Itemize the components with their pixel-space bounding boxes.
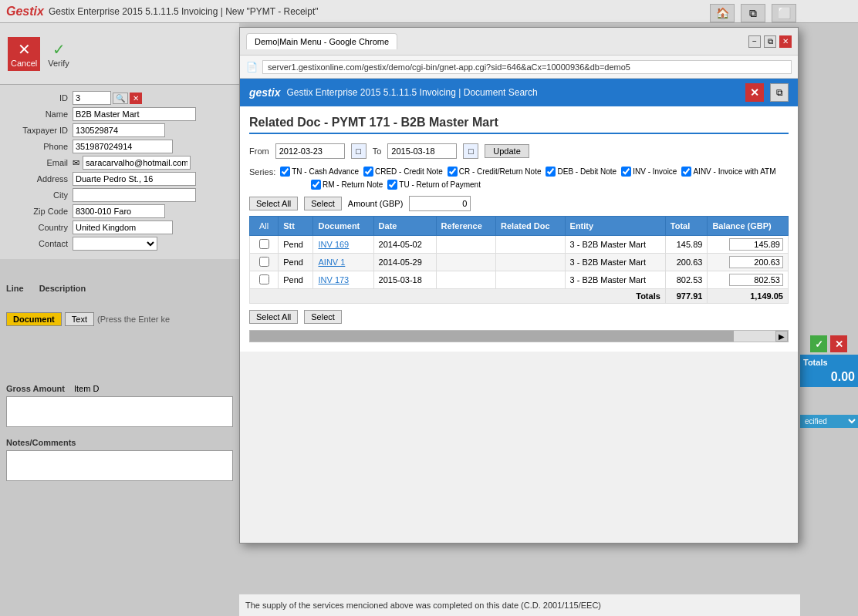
row-related-doc-2 xyxy=(496,271,566,289)
col-document: Document xyxy=(313,217,373,236)
row-total-1: 200.63 xyxy=(665,254,708,271)
modal-overlay: Demo|Main Menu - Google Chrome − ⧉ ✕ 📄 g xyxy=(0,0,858,616)
row-date-0: 2014-05-02 xyxy=(373,236,436,254)
amount-input[interactable] xyxy=(409,196,471,211)
series-row: Series: TN - Cash Advance CRED - Credit … xyxy=(249,167,789,177)
row-balance-0 xyxy=(708,236,789,254)
row-date-2: 2015-03-18 xyxy=(373,271,436,289)
row-entity-2: 3 - B2B Master Mart xyxy=(565,271,665,289)
to-label: To xyxy=(373,146,382,156)
row-reference-0 xyxy=(436,236,495,254)
series-ainv-checkbox[interactable] xyxy=(681,167,691,177)
total-sum: 977.91 xyxy=(665,289,708,304)
row-checkbox-1[interactable] xyxy=(259,257,269,267)
chrome-restore-button[interactable]: ⧉ xyxy=(764,35,776,48)
row-checkbox-2[interactable] xyxy=(259,274,269,284)
row-document-0[interactable]: INV 169 xyxy=(313,236,373,254)
series-row-2: RM - Return Note TU - Return of Payment xyxy=(249,180,789,190)
document-search-title: Related Doc - PYMT 171 - B2B Master Mart xyxy=(249,116,789,134)
row-stt-0: Pend xyxy=(279,236,313,254)
bottom-select-button[interactable]: Select xyxy=(304,310,342,324)
col-total: Total xyxy=(665,217,708,236)
series-tn-checkbox[interactable] xyxy=(280,167,290,177)
scrollbar-right-arrow[interactable]: ▶ xyxy=(775,331,788,342)
series-tn[interactable]: TN - Cash Advance xyxy=(280,167,359,177)
update-button[interactable]: Update xyxy=(485,144,529,158)
horizontal-scrollbar[interactable]: ▶ xyxy=(249,330,789,342)
col-entity: Entity xyxy=(565,217,665,236)
url-input[interactable] xyxy=(262,60,792,74)
table-row: Pend INV 173 2015-03-18 3 - B2B Master M… xyxy=(250,271,789,289)
row-total-2: 802.53 xyxy=(665,271,708,289)
row-entity-1: 3 - B2B Master Mart xyxy=(565,254,665,271)
row-balance-input-0[interactable] xyxy=(729,238,783,251)
row-stt-1: Pend xyxy=(279,254,313,271)
amount-label: Amount (GBP) xyxy=(348,199,404,208)
series-deb[interactable]: DEB - Debit Note xyxy=(546,167,616,177)
series-ainv[interactable]: AINV - Invoice with ATM xyxy=(681,167,775,177)
row-balance-input-1[interactable] xyxy=(729,256,783,268)
col-date: Date xyxy=(373,217,436,236)
row-entity-0: 3 - B2B Master Mart xyxy=(565,236,665,254)
chrome-minimize-button[interactable]: − xyxy=(748,35,761,48)
col-balance: Balance (GBP) xyxy=(708,217,789,236)
row-balance-2 xyxy=(708,271,789,289)
row-related-doc-1 xyxy=(496,254,566,271)
series-cr-checkbox[interactable] xyxy=(448,167,458,177)
row-reference-2 xyxy=(436,271,495,289)
row-total-0: 145.89 xyxy=(665,236,708,254)
bottom-select-all-button[interactable]: Select All xyxy=(249,310,298,324)
row-balance-input-2[interactable] xyxy=(729,274,783,286)
chrome-content: gestix Gestix Enterprise 2015 5.1.11.5 I… xyxy=(240,79,798,543)
chrome-close-button[interactable]: ✕ xyxy=(779,35,792,48)
from-date-picker[interactable]: □ xyxy=(351,143,367,159)
row-stt-2: Pend xyxy=(279,271,313,289)
from-label: From xyxy=(249,146,269,156)
top-select-all-button[interactable]: Select All xyxy=(249,197,298,210)
scrollbar-thumb[interactable] xyxy=(250,331,734,342)
chrome-title-left: Demo|Main Menu - Google Chrome xyxy=(246,33,397,49)
series-cred[interactable]: CRED - Credit Note xyxy=(363,167,443,177)
all-button[interactable]: All xyxy=(255,220,273,232)
inner-logo: gestix xyxy=(249,86,280,99)
footer-text: The supply of the services mencioned abo… xyxy=(239,594,800,616)
row-date-1: 2014-05-29 xyxy=(373,254,436,271)
chrome-win-buttons: − ⧉ ✕ xyxy=(748,35,792,48)
series-inv-checkbox[interactable] xyxy=(621,167,631,177)
series-rm[interactable]: RM - Return Note xyxy=(311,180,383,190)
row-document-1[interactable]: AINV 1 xyxy=(313,254,373,271)
series-cr[interactable]: CR - Credit/Return Note xyxy=(448,167,542,177)
chrome-titlebar: Demo|Main Menu - Google Chrome − ⧉ ✕ xyxy=(240,28,798,56)
series-rm-checkbox[interactable] xyxy=(311,180,321,190)
row-related-doc-0 xyxy=(496,236,566,254)
col-stt: Stt xyxy=(279,217,313,236)
balance-sum: 1,149.05 xyxy=(708,289,789,304)
top-select-button[interactable]: Select xyxy=(304,197,342,210)
totals-label: Totals xyxy=(250,289,666,304)
inner-restore-button[interactable]: ⧉ xyxy=(770,83,789,102)
table-body: Pend INV 169 2014-05-02 3 - B2B Master M… xyxy=(250,236,789,289)
series-label: Series: xyxy=(249,167,275,177)
inner-app-header: gestix Gestix Enterprise 2015 5.1.11.5 I… xyxy=(240,79,798,106)
row-document-2[interactable]: INV 173 xyxy=(313,271,373,289)
chrome-tab[interactable]: Demo|Main Menu - Google Chrome xyxy=(246,33,397,49)
series-inv[interactable]: INV - Invoice xyxy=(621,167,677,177)
series-tu[interactable]: TU - Return of Payment xyxy=(387,180,481,190)
to-date-picker[interactable]: □ xyxy=(463,143,478,159)
to-date-input[interactable] xyxy=(387,143,457,159)
chrome-addressbar: 📄 xyxy=(240,56,798,79)
background-app: Gestix Gestix Enterprise 2015 5.1.11.5 I… xyxy=(0,0,858,616)
series-tu-checkbox[interactable] xyxy=(387,180,397,190)
totals-row: Totals 977.91 1,149.05 xyxy=(250,289,789,304)
from-date-input[interactable] xyxy=(275,143,345,159)
series-cred-checkbox[interactable] xyxy=(363,167,373,177)
inner-close-button[interactable]: ✕ xyxy=(745,83,764,102)
inner-app-title: Gestix Enterprise 2015 5.1.11.5 Invoicin… xyxy=(286,87,537,98)
series-deb-checkbox[interactable] xyxy=(546,167,556,177)
col-reference: Reference xyxy=(436,217,495,236)
col-related-doc: Related Doc xyxy=(496,217,566,236)
row-checkbox-0[interactable] xyxy=(259,239,269,249)
table-header-row: All Stt Document Date Reference Related … xyxy=(250,217,789,236)
document-search-panel: Related Doc - PYMT 171 - B2B Master Mart… xyxy=(240,106,798,352)
row-reference-1 xyxy=(436,254,495,271)
